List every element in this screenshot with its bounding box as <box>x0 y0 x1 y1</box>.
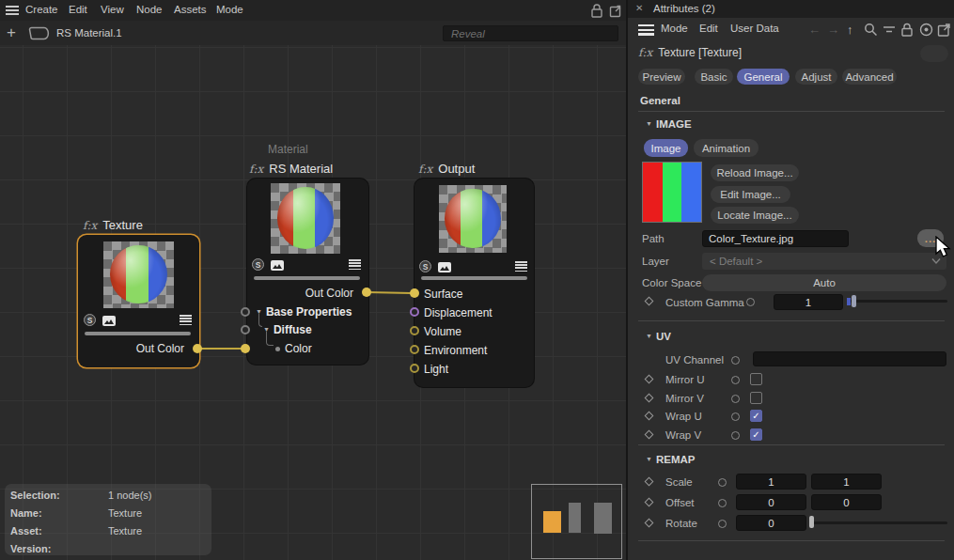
color-input-port[interactable] <box>241 344 250 353</box>
menu-hamburger-icon[interactable] <box>6 6 19 15</box>
add-node-icon[interactable]: + <box>7 24 16 40</box>
link-ring-icon[interactable] <box>731 412 740 421</box>
node-menu-icon[interactable] <box>515 261 527 272</box>
custom-gamma-slider[interactable] <box>847 300 947 303</box>
attributes-hamburger-icon[interactable] <box>638 24 654 36</box>
link-ring-icon[interactable] <box>718 520 727 528</box>
tab-animation[interactable]: Animation <box>694 139 759 157</box>
color-row[interactable]: Color <box>275 342 312 355</box>
preview-image-icon[interactable] <box>271 260 284 271</box>
environment-port[interactable] <box>410 345 419 354</box>
material-outcolor-port[interactable] <box>362 288 371 297</box>
volume-port[interactable] <box>410 326 419 335</box>
base-properties-row[interactable]: ▼Base Properties <box>256 305 352 319</box>
menu-node[interactable]: Node <box>136 4 163 15</box>
menu-create[interactable]: Create <box>25 4 58 15</box>
preview-image-icon[interactable] <box>438 262 451 272</box>
collapse-triangle-icon[interactable]: ▼ <box>646 333 652 339</box>
link-ring-icon[interactable] <box>731 356 740 365</box>
link-ring-icon[interactable] <box>718 499 727 507</box>
tab-advanced[interactable]: Advanced <box>842 69 897 85</box>
attr-menu-user-data[interactable]: User Data <box>730 23 779 34</box>
menu-edit[interactable]: Edit <box>69 4 87 15</box>
solo-icon[interactable]: S <box>419 260 431 272</box>
keyframe-diamond-icon[interactable] <box>645 412 654 421</box>
lock-icon[interactable] <box>590 4 603 18</box>
minimap-node-output[interactable] <box>594 503 612 534</box>
tab-basic[interactable]: Basic <box>695 69 733 85</box>
uv-group-header[interactable]: ▼UV <box>646 331 671 342</box>
remap-group-header[interactable]: ▼REMAP <box>646 454 695 465</box>
base-properties-port[interactable] <box>241 307 250 317</box>
custom-gamma-slider-handle[interactable] <box>852 295 856 307</box>
keyframe-diamond-icon[interactable] <box>645 498 654 507</box>
rotate-slider-handle[interactable] <box>809 516 814 528</box>
link-ring-icon[interactable] <box>746 298 755 306</box>
displacement-port[interactable] <box>410 307 419 317</box>
node-graph-canvas[interactable]: f:xTexture S Out Color Material f:xRS Ma… <box>0 45 627 560</box>
color-space-button[interactable]: Auto <box>702 274 946 291</box>
collapse-triangle-icon[interactable]: ▼ <box>646 120 652 127</box>
mirror-u-checkbox[interactable] <box>750 373 762 385</box>
solo-icon[interactable]: S <box>252 258 264 271</box>
menu-assets[interactable]: Assets <box>174 4 207 15</box>
rs-material-node[interactable]: S Out Color ▼Base Properties ▼Diffuse Co… <box>247 179 368 365</box>
minimap-node-texture[interactable] <box>543 511 561 533</box>
parent-up-icon[interactable]: ↑ <box>847 23 853 37</box>
track-focus-icon[interactable] <box>919 23 933 37</box>
link-ring-icon[interactable] <box>731 395 740 403</box>
reveal-search-input[interactable] <box>443 25 618 41</box>
menu-mode[interactable]: Mode <box>216 4 243 15</box>
node-menu-icon[interactable] <box>349 259 361 270</box>
lock-icon[interactable] <box>900 23 915 37</box>
collapse-triangle-icon[interactable]: ▼ <box>646 456 652 462</box>
light-port[interactable] <box>410 364 419 373</box>
menu-view[interactable]: View <box>101 4 124 15</box>
object-extra-pill[interactable] <box>920 45 948 62</box>
mirror-v-checkbox[interactable] <box>750 392 762 404</box>
nodespace-icon[interactable] <box>26 26 50 40</box>
custom-gamma-input[interactable] <box>774 294 843 310</box>
tab-general[interactable]: General <box>737 69 790 85</box>
tab-preview[interactable]: Preview <box>638 69 685 85</box>
rotate-slider[interactable] <box>811 521 947 524</box>
link-ring-icon[interactable] <box>731 431 740 440</box>
search-icon[interactable] <box>864 23 878 37</box>
keyframe-diamond-icon[interactable] <box>645 375 654 384</box>
link-ring-icon[interactable] <box>731 376 740 384</box>
layer-dropdown[interactable]: < Default > <box>702 253 946 270</box>
navigator-minimap[interactable] <box>531 484 622 559</box>
scale-x-input[interactable] <box>736 474 806 490</box>
popout-icon[interactable] <box>937 23 951 37</box>
tab-adjust[interactable]: Adjust <box>795 69 837 85</box>
keyframe-diamond-icon[interactable] <box>645 519 654 528</box>
solo-icon[interactable]: S <box>84 314 96 326</box>
attr-menu-mode[interactable]: Mode <box>661 23 688 34</box>
attr-menu-edit[interactable]: Edit <box>699 23 718 34</box>
wrap-u-checkbox[interactable]: ✓ <box>750 410 762 422</box>
wrap-v-checkbox[interactable]: ✓ <box>750 428 762 441</box>
texture-outcolor-port[interactable] <box>193 344 202 353</box>
output-node[interactable]: S Surface Displacement Volume Environmen… <box>414 179 534 387</box>
rotate-input[interactable] <box>736 515 806 531</box>
material-scope-label[interactable]: RS Material.1 <box>56 27 122 39</box>
filter-icon[interactable] <box>883 23 897 37</box>
minimap-node-material[interactable] <box>569 503 581 533</box>
image-group-header[interactable]: ▼IMAGE <box>646 118 692 130</box>
keyframe-diamond-icon[interactable] <box>645 297 654 306</box>
node-menu-icon[interactable] <box>180 315 192 325</box>
offset-y-input[interactable] <box>811 494 882 510</box>
history-forward-icon[interactable]: → <box>827 23 839 37</box>
texture-color-swatch[interactable] <box>642 162 702 223</box>
link-ring-icon[interactable] <box>718 478 727 487</box>
offset-x-input[interactable] <box>736 494 806 510</box>
history-back-icon[interactable]: ← <box>808 23 821 37</box>
locate-image-button[interactable]: Locate Image... <box>711 207 799 224</box>
keyframe-diamond-icon[interactable] <box>645 394 654 403</box>
close-icon[interactable]: ✕ <box>635 3 643 13</box>
uv-channel-input[interactable] <box>753 351 946 366</box>
diffuse-port[interactable] <box>241 325 250 334</box>
preview-image-icon[interactable] <box>102 316 116 326</box>
tab-image[interactable]: Image <box>644 139 688 157</box>
scale-y-input[interactable] <box>811 474 882 490</box>
